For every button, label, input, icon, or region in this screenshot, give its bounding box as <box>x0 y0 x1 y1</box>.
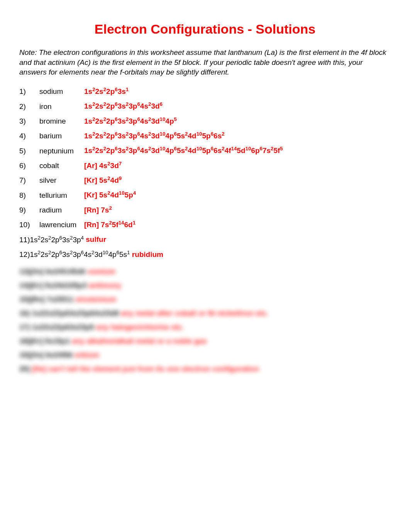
element-name: sodium <box>39 87 84 96</box>
electron-config: [Rn] 7s2 <box>84 205 112 214</box>
reverse-answer: sulfur <box>86 236 106 244</box>
item-number: 6) <box>19 161 39 170</box>
electron-config: [Rn] 7s25f146d1 <box>84 220 136 229</box>
items-list: 1)sodium1s22s22p63s12)iron1s22s22p63s23p… <box>19 87 391 229</box>
blurred-line: 19)[Xe] 6s24f66 erbium <box>19 351 391 359</box>
blurred-line: 16) 1s22s22p63s23p64s23d8 any metal afte… <box>19 309 391 318</box>
item-row: 10)lawrencium[Rn] 7s25f146d1 <box>19 220 391 229</box>
item-row: 1)sodium1s22s22p63s1 <box>19 87 391 96</box>
element-name: tellurium <box>39 191 84 200</box>
reverse-answer: rubidium <box>132 250 163 258</box>
item-row: 7)silver[Kr] 5s24d9 <box>19 175 391 185</box>
electron-config: 1s22s22p63s23p64s23d104p65s24d105p66s2 <box>84 131 225 140</box>
element-name: neptunium <box>39 147 84 155</box>
element-name: silver <box>39 176 84 185</box>
electron-config: 1s22s22p63s23p64s23d104p65s24d105p66s24f… <box>84 146 283 155</box>
item-number: 9) <box>19 206 39 214</box>
item-row: 4)barium1s22s22p63s23p64s23d104p65s24d10… <box>19 131 391 140</box>
element-name: barium <box>39 132 84 140</box>
electron-config: [Ar] 4s23d7 <box>84 161 122 170</box>
blurred-line: 18)[Kr] 5s15p1 any alkaline/alkali metal… <box>19 337 391 345</box>
item-row: 3)bromine1s22s22p63s23p64s23d104p5 <box>19 116 391 126</box>
element-name: bromine <box>39 117 84 126</box>
reverse-config: 12)1s22s22p63s23p64s23d104p65s1 <box>19 250 132 258</box>
reverse-item-row: 12)1s22s22p63s23p64s23d104p65s1 rubidium <box>19 250 391 259</box>
item-number: 10) <box>19 221 39 229</box>
reverse-item-row: 11)1s22s22p63s23p4 sulfur <box>19 235 391 244</box>
item-number: 4) <box>19 132 39 140</box>
note-text: Note: The electron configurations in thi… <box>19 48 391 77</box>
blurred-section: 13)[Xe] 6s24f145d6 osmium14)[Kr] 5s24d10… <box>19 267 391 373</box>
item-row: 5)neptunium1s22s22p63s23p64s23d104p65s24… <box>19 146 391 155</box>
element-name: radium <box>39 206 84 214</box>
item-row: 8)tellurium[Kr] 5s24d105p4 <box>19 190 391 199</box>
blurred-line: 15)[Rn] 7s25f11 einsteinium <box>19 295 391 304</box>
electron-config: 1s22s22p63s1 <box>84 87 129 96</box>
electron-config: [Kr] 5s24d105p4 <box>84 190 136 199</box>
blurred-line: 17) 1s22s22p63s23p5 any halogen/chlorine… <box>19 323 391 331</box>
blurred-line: 13)[Xe] 6s24f145d6 osmium <box>19 267 391 276</box>
blurred-line: 20) [He] can't tell the element just fro… <box>19 365 391 373</box>
item-number: 1) <box>19 87 39 96</box>
reverse-items-list: 11)1s22s22p63s23p4 sulfur12)1s22s22p63s2… <box>19 235 391 259</box>
item-number: 7) <box>19 176 39 185</box>
electron-config: 1s22s22p63s23p64s23d104p5 <box>84 116 177 126</box>
page-title: Electron Configurations - Solutions <box>19 22 391 37</box>
element-name: iron <box>39 102 84 111</box>
electron-config: 1s22s22p63s23p64s23d6 <box>84 101 163 110</box>
element-name: cobalt <box>39 161 84 170</box>
reverse-config: 11)1s22s22p63s23p4 <box>19 236 86 244</box>
item-number: 3) <box>19 117 39 126</box>
electron-config: [Kr] 5s24d9 <box>84 175 122 185</box>
item-row: 2)iron1s22s22p63s23p64s23d6 <box>19 101 391 110</box>
item-row: 9)radium[Rn] 7s2 <box>19 205 391 214</box>
item-number: 5) <box>19 147 39 155</box>
blurred-line: 14)[Kr] 5s24d105p3 antimony <box>19 281 391 290</box>
element-name: lawrencium <box>39 221 84 229</box>
item-row: 6)cobalt[Ar] 4s23d7 <box>19 161 391 170</box>
item-number: 8) <box>19 191 39 200</box>
item-number: 2) <box>19 102 39 111</box>
